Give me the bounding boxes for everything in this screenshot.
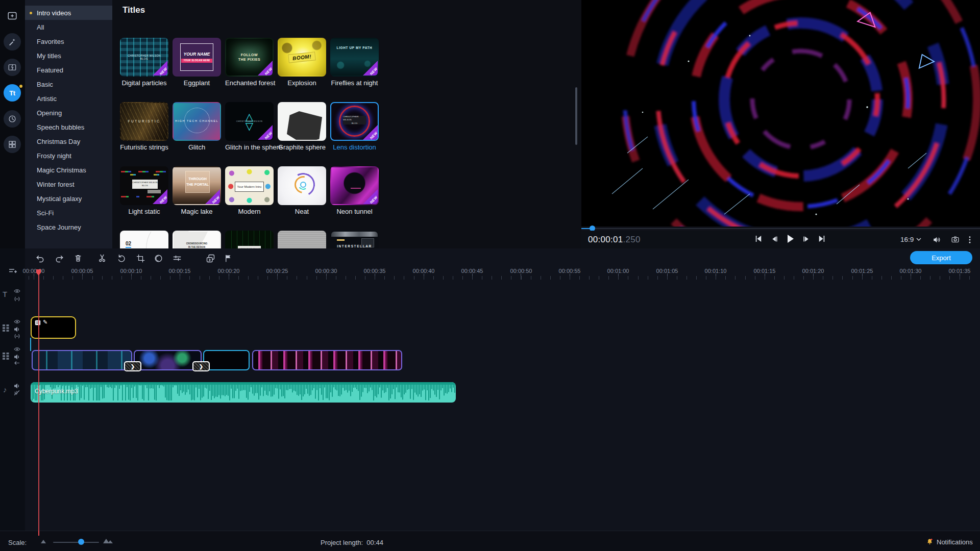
title-item-magic-lake[interactable]: THROUGH THE PORTAL NEW Magic lake [173,166,221,215]
more-icon[interactable] [968,235,972,244]
notifications-button[interactable]: Notifications [926,538,973,546]
title-item-modern[interactable]: Your Modern Intro Modern [225,166,274,215]
sidebar-item-winter-forest[interactable]: Winter forest [25,177,112,191]
mute-wave-icon[interactable] [14,390,20,395]
sidebar-item-intro-videos[interactable]: Intro videos [25,6,112,20]
title-thumbnail[interactable]: CHRISTOPHER WILSONBLOG NEW [120,166,168,205]
transition-badge[interactable]: ❯ [192,361,210,371]
title-item-neon-tunnel[interactable]: NEW Neon tunnel [330,166,379,215]
sidebar-item-magic-christmas[interactable]: Magic Christmas [25,163,112,177]
seek-track[interactable] [581,228,980,229]
delete-icon[interactable] [72,252,84,264]
title-thumbnail[interactable]: NEW [330,166,379,205]
title-thumbnail[interactable] [278,166,326,205]
eye-icon[interactable] [14,347,20,352]
title-item-partial[interactable]: INTERSTELLAR [330,231,379,248]
edit-pencil-icon[interactable]: ✎ [43,319,47,325]
title-item-glitch[interactable]: HIGH TECH CHANNEL Glitch [173,102,221,151]
title-thumbnail[interactable]: HIGH TECH CHANNEL [173,102,221,141]
title-item-light-static[interactable]: CHRISTOPHER WILSONBLOG NEW Light static [120,166,168,215]
zoom-in-icon[interactable] [108,540,113,543]
title-thumbnail[interactable]: FUTURISTIC [120,102,168,141]
title-thumbnail[interactable]: 02 [120,231,168,248]
title-item-partial[interactable]: CHRISTOPHER WILSON [278,231,326,248]
title-item-futuristic-strings[interactable]: FUTURISTIC Futuristic strings [120,102,168,151]
title-item-glitch-in-the-sphere[interactable]: △ CHRISTOPHER WILSON ▽ NEW Glitch in the… [225,102,274,151]
frame-back-icon[interactable] [768,232,780,245]
split-scissors-icon[interactable] [96,252,108,264]
skip-start-icon[interactable] [752,232,765,245]
video-clip[interactable] [203,350,250,370]
more-tools-icon[interactable] [4,136,21,153]
volume-icon[interactable] [932,235,942,244]
title-thumbnail[interactable] [278,102,326,141]
title-item-lens-distortion[interactable]: CHRISTOPHER WILSONBLOG NEW Lens distorti… [330,102,379,151]
video-clip[interactable] [134,350,202,370]
speaker-icon[interactable] [14,383,20,389]
title-item-eggplant[interactable]: YOUR NAMEYOUR SLOGAN HERE Eggplant [173,38,221,87]
title-item-enchanted-forest[interactable]: FOLLOWTHE PIXIES NEW Enchanted forest [225,38,274,87]
video-preview[interactable] [581,0,980,227]
sidebar-item-my-titles[interactable]: My titles [25,48,112,63]
transition-badge[interactable]: ❯ [124,361,141,371]
zoom-out-icon[interactable] [41,540,46,543]
title-thumbnail[interactable]: CHRISTOPHER WILSON [278,231,326,248]
marker-flag-icon[interactable] [222,252,234,264]
title-thumbnail[interactable]: FOLLOWTHE PIXIES NEW [225,38,274,77]
scrollbar[interactable] [575,87,577,145]
title-item-partial[interactable]: 02 [120,231,168,248]
crop-icon[interactable] [134,252,146,264]
play-icon[interactable] [784,232,796,245]
title-thumbnail[interactable]: YOUR NAMEYOUR SLOGAN HERE [173,38,221,77]
sidebar-item-christmas-day[interactable]: Christmas Day [25,134,112,148]
link-icon[interactable] [14,296,20,302]
link-icon[interactable] [14,334,20,339]
speaker-icon[interactable] [14,327,20,332]
title-thumbnail[interactable]: CHRISTOPHER WILSON [225,231,274,248]
title-item-graphite-sphere[interactable]: Graphite sphere [278,102,326,151]
sidebar-item-space-journey[interactable]: Space Journey [25,220,112,234]
title-thumbnail[interactable]: BOOM! [278,38,326,77]
clock-icon[interactable] [4,110,21,128]
title-thumbnail[interactable]: LIGHT UP MY PATH NEW [330,38,379,77]
sidebar-item-frosty-night[interactable]: Frosty night [25,148,112,163]
title-thumbnail[interactable]: CROWDSOURCINGIN THE DESIGN [173,231,221,248]
eye-icon[interactable] [14,319,20,324]
sidebar-item-featured[interactable]: Featured [25,63,112,77]
magic-wand-icon[interactable] [4,33,21,51]
redo-icon[interactable] [53,252,65,264]
clip-properties-icon[interactable] [171,252,183,264]
undo-icon[interactable] [34,252,46,264]
title-thumbnail[interactable]: THROUGH THE PORTAL NEW [173,166,221,205]
title-item-partial[interactable]: CROWDSOURCINGIN THE DESIGN [173,231,221,248]
title-item-fireflies-at-night[interactable]: LIGHT UP MY PATH NEW Fireflies at night [330,38,379,87]
arrow-left-icon[interactable] [14,361,20,365]
rotate-icon[interactable] [115,252,128,264]
title-clip[interactable]: ✎ [31,316,76,339]
export-button[interactable]: Export [910,251,972,264]
snapshot-icon[interactable] [950,235,960,244]
title-item-explosion[interactable]: BOOM! Explosion [278,38,326,87]
sidebar-item-artistic[interactable]: Artistic [25,91,112,106]
sidebar-item-speech-bubbles[interactable]: Speech bubbles [25,120,112,134]
speaker-icon[interactable] [14,354,20,360]
sidebar-item-basic[interactable]: Basic [25,77,112,91]
titles-icon[interactable]: Tt [4,84,21,102]
color-adjustments-icon[interactable] [152,252,164,264]
title-thumbnail[interactable]: Your Modern Intro [225,166,274,205]
sidebar-item-mystical-galaxy[interactable]: Mystical galaxy [25,191,112,206]
sidebar-item-opening[interactable]: Opening [25,106,112,120]
title-thumbnail[interactable]: INTERSTELLAR [330,231,379,248]
playhead[interactable] [38,273,39,536]
skip-end-icon[interactable] [816,232,828,245]
audio-clip[interactable]: Cyberpunk.mp3 [31,382,456,403]
transitions-icon[interactable] [4,59,21,76]
scale-slider-handle[interactable] [78,539,84,545]
scale-slider-track[interactable] [53,542,99,543]
title-item-neat[interactable]: Neat [278,166,326,215]
sidebar-item-favorites[interactable]: Favorites [25,34,112,48]
title-item-digital-particles[interactable]: CHRISTOPHER WILSONBLOG NEW Digital parti… [120,38,168,87]
import-icon[interactable] [4,7,21,24]
title-item-partial[interactable]: CHRISTOPHER WILSON [225,231,274,248]
title-thumbnail[interactable]: △ CHRISTOPHER WILSON ▽ NEW [225,102,274,141]
